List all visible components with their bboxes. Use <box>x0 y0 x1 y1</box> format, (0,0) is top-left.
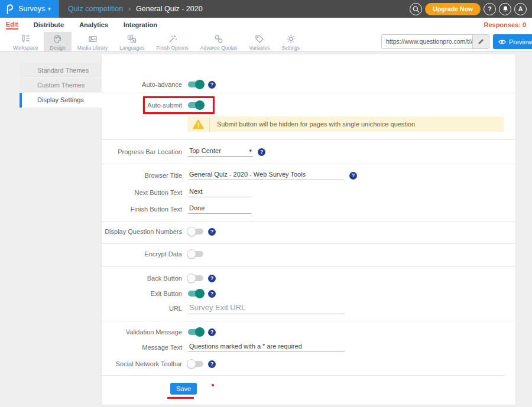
toolbar-item-label: Design <box>50 45 65 51</box>
help-icon[interactable]: ? <box>258 148 265 156</box>
eye-icon <box>498 39 506 45</box>
divider <box>102 321 515 321</box>
next-button-text-input[interactable] <box>188 188 251 197</box>
help-icon[interactable]: ? <box>208 290 216 298</box>
validation-message-row: Validation Message ? <box>102 325 515 339</box>
exit-button-label: Exit Button <box>102 290 182 297</box>
tab-edit[interactable]: Edit <box>6 21 18 30</box>
toolbar-item-media-library[interactable]: Media Library <box>72 32 114 51</box>
surveys-menu-button[interactable]: Surveys ▾ <box>0 0 59 18</box>
toolbar-item-finish-options[interactable]: Finish Options <box>150 32 194 51</box>
browser-title-label: Browser Title <box>102 172 182 179</box>
sidebar-item-custom-themes[interactable]: Custom Themes <box>20 78 102 93</box>
auto-advance-label: Auto-advance <box>102 81 182 88</box>
avatar[interactable]: A <box>514 3 527 15</box>
encrypt-data-label: Encrypt Data <box>102 250 182 258</box>
search-icon <box>412 5 420 13</box>
auto-advance-row: Auto-advance ? <box>102 77 515 92</box>
social-network-toolbar-label: Social Network Toolbar <box>102 360 182 367</box>
display-question-numbers-label: Display Question Numbers <box>102 228 182 235</box>
help-icon[interactable]: ? <box>349 172 357 180</box>
tab-analytics[interactable]: Analytics <box>79 21 108 28</box>
tag-icon <box>254 34 265 44</box>
help-icon[interactable]: ? <box>208 81 216 89</box>
progress-bar-location-select[interactable]: Top Center ▾ <box>188 147 253 157</box>
notifications-button[interactable] <box>499 3 511 15</box>
toolbar-item-settings[interactable]: Settings <box>275 32 306 51</box>
survey-url-group: https://www.questionpro.com/t/APNrFZ <box>381 34 489 49</box>
top-bar: Surveys ▾ Quiz competition › General Qui… <box>0 0 532 18</box>
toolbar-item-design[interactable]: Design <box>44 32 71 51</box>
auto-advance-toggle[interactable] <box>188 82 203 87</box>
breadcrumb-separator: › <box>128 5 131 13</box>
toolbar-item-label: Settings <box>281 45 300 51</box>
product-label: Surveys <box>18 5 45 13</box>
display-question-numbers-row: Display Question Numbers ? <box>102 224 515 239</box>
divider <box>102 222 515 222</box>
exit-url-row: URL <box>102 300 515 317</box>
search-button[interactable] <box>410 3 422 15</box>
chevron-down-icon: ▾ <box>48 6 51 12</box>
toggle-knob <box>187 249 196 259</box>
sidebar-item-standard-themes[interactable]: Standard Themes <box>20 63 102 78</box>
help-icon[interactable]: ? <box>208 360 216 368</box>
social-network-toolbar-toggle[interactable] <box>188 361 203 367</box>
exit-button-row: Exit Button ? <box>102 286 515 301</box>
back-button-row: Back Button ? <box>102 271 515 285</box>
survey-url-text[interactable]: https://www.questionpro.com/t/APNrFZ <box>382 35 472 48</box>
preview-button-label: Preview <box>509 38 532 45</box>
toolbar-item-variables[interactable]: Variables <box>244 32 276 51</box>
validation-message-toggle[interactable] <box>188 329 203 335</box>
message-text-input[interactable] <box>188 343 345 352</box>
message-text-row: Message Text <box>102 340 515 354</box>
progress-bar-location-row: Progress Bar Location Top Center ▾ ? <box>102 145 515 159</box>
toolbar-item-label: Media Library <box>77 45 108 51</box>
help-icon[interactable]: ? <box>208 228 216 236</box>
upgrade-now-button[interactable]: Upgrade Now <box>425 3 481 15</box>
edit-url-button[interactable] <box>472 35 489 48</box>
help-button[interactable]: ? <box>484 3 496 15</box>
toggle-knob <box>195 100 205 110</box>
toolbar-item-label: Advance Quotas <box>200 45 238 51</box>
toolbar-item-advance-quotas[interactable]: Advance Quotas <box>194 32 244 51</box>
progress-bar-location-label: Progress Bar Location <box>102 148 182 155</box>
divider <box>102 93 515 93</box>
breadcrumb-folder-link[interactable]: Quiz competition <box>68 5 123 13</box>
help-icon[interactable]: ? <box>208 275 216 282</box>
toolbar-item-workspace[interactable]: Workspace <box>7 32 44 51</box>
links-icon <box>213 34 224 44</box>
back-button-toggle[interactable] <box>188 275 203 281</box>
palette-icon <box>53 34 63 44</box>
finish-button-text-label: Finish Button Text <box>102 206 182 213</box>
toolbar-item-label: Languages <box>119 45 144 51</box>
display-settings-panel: Auto-advance ? Auto-submit Submit button… <box>102 54 515 405</box>
divider <box>102 139 515 140</box>
finish-button-text-input[interactable] <box>188 204 251 214</box>
browser-title-input[interactable] <box>188 171 345 180</box>
tab-distribute[interactable]: Distribute <box>34 21 64 28</box>
display-question-numbers-toggle[interactable] <box>188 229 203 235</box>
help-icon[interactable]: ? <box>208 328 216 336</box>
sidebar-item-display-settings[interactable]: Display Settings <box>20 93 102 108</box>
finish-button-text-row: Finish Button Text <box>102 202 515 216</box>
toolbar-item-languages[interactable]: Languages <box>113 32 150 51</box>
divider <box>102 243 515 244</box>
auto-submit-toggle[interactable] <box>188 102 203 108</box>
exit-button-toggle[interactable] <box>188 291 203 297</box>
divider <box>102 164 515 164</box>
questionpro-logo-icon <box>5 4 14 15</box>
toggle-knob <box>187 359 196 369</box>
save-button[interactable]: Save <box>170 383 197 395</box>
toggle-knob <box>187 227 196 236</box>
encrypt-data-toggle[interactable] <box>188 251 203 257</box>
warning-icon-wrap <box>187 116 210 132</box>
toggle-knob <box>195 80 205 89</box>
breadcrumb: Quiz competition › General Quiz - 2020 <box>68 0 203 18</box>
toolbar-item-label: Finish Options <box>156 45 188 51</box>
gear-icon <box>286 34 296 44</box>
preview-button[interactable]: Preview <box>493 34 532 49</box>
next-button-text-label: Next Button Text <box>102 189 182 196</box>
tab-integration[interactable]: Integration <box>124 21 157 28</box>
exit-url-input[interactable] <box>188 303 344 314</box>
toggle-knob <box>195 289 205 298</box>
